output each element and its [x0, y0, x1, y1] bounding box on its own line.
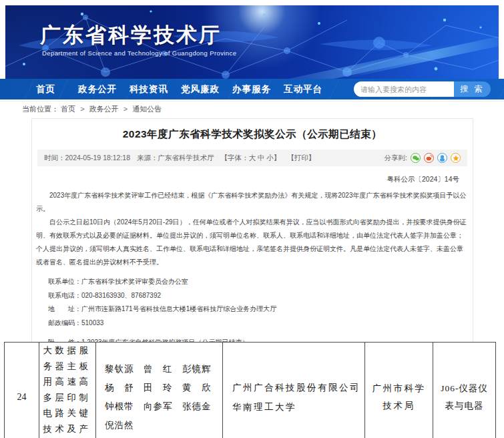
breadcrumb-notices[interactable]: 通知公告: [132, 105, 162, 113]
award-table: 24 大数据服务器主板用高速高多层印制电路关键技术及产业化 黎钦源 曾 红 彭镜…: [4, 342, 496, 438]
nominator-text: 广州市科学技术局: [371, 380, 427, 415]
font-size-label: 【字体：: [221, 154, 249, 162]
wechat-glyph: [413, 156, 419, 161]
page: 广东省科学技术厅 Department of Science and Techn…: [0, 0, 504, 438]
breadcrumb-gov-info[interactable]: 政务公开: [89, 105, 119, 113]
nav-item-party-conduct[interactable]: 党风廉政: [181, 83, 220, 95]
breadcrumb-prefix: 当前位置：: [22, 105, 59, 113]
org-line: 广州广合科技股份有限公司: [232, 378, 364, 397]
share-label: 分享到:: [385, 154, 407, 163]
cell-row-number: 24: [5, 343, 39, 438]
breadcrumb-separator: >: [80, 105, 84, 113]
nav-item-home[interactable]: 首页: [36, 83, 55, 95]
contact-address: 地 址：广州市连新路171号省科技信息大楼1楼省科技厅综合业务办理大厅: [48, 302, 470, 316]
members-line: 钟根带 向参军 张德金: [105, 397, 222, 416]
contact-postcode: 邮政编码：510033: [48, 316, 470, 331]
category-text: J06-仪器仪表与电器: [438, 380, 491, 415]
main-nav: 首页 政务公开 科技资讯 党风廉政 办事服务 互动平台 搜 索: [0, 79, 504, 99]
cell-team-members: 黎钦源 曾 红 彭镜辉 杨 舒 田 玲 黄 欣 钟根带 向参军 张德金 倪浩然: [96, 343, 223, 438]
org-line: 华南理工大学: [232, 397, 364, 417]
cell-project-name: 大数据服务器主板用高速高多层印制电路关键技术及产业化: [39, 343, 96, 438]
star-glyph: [453, 155, 459, 162]
members-line: 倪浩然: [105, 416, 222, 435]
weibo-glyph: [426, 155, 433, 161]
paragraph-1: 2023年度广东省科学技术奖评审工作已经结束，根据《广东省科学技术奖励办法》有关…: [35, 189, 470, 216]
font-size-label-end: 】: [274, 154, 281, 162]
article-meta-bar: 时间：2024-05-19 18:12:18 来源：广东省科学技术厅 【字体：大…: [37, 150, 467, 166]
page-title: 2023年度广东省科学技术奖拟奖公示（公示期已结束）: [32, 128, 473, 142]
cell-organizations: 广州广合科技股份有限公司 华南理工大学: [223, 343, 365, 438]
divider: [0, 101, 504, 101]
cell-category: J06-仪器仪表与电器: [433, 343, 496, 438]
members-line: 杨 舒 田 玲 黄 欣: [105, 379, 222, 397]
meta-left: 时间：2024-05-19 18:12:18 来源：广东省科学技术厅 【字体：大…: [44, 154, 315, 163]
contact-info: 联系单位：广东省科学技术奖评审委员会办公室 联系电话：020-83163930、…: [35, 275, 470, 330]
cell-nominator: 广州市科学技术局: [365, 343, 433, 438]
share-weibo-icon[interactable]: [424, 153, 434, 163]
meta-source: 来源：广东省科学技术厅: [137, 154, 214, 163]
font-size-large-button[interactable]: 大: [249, 154, 256, 162]
share-wechat-icon[interactable]: [411, 153, 421, 163]
site-subtitle: Department of Science and Technology of …: [42, 49, 236, 57]
search-bar: 搜 索: [354, 81, 491, 97]
nav-menu: 首页 政务公开 科技资讯 党风廉政 办事服务 互动平台: [0, 83, 335, 95]
paragraph-2: 自公示之日起10日内（2024年5月20日-29日），任何单位或者个人对拟奖结果…: [35, 216, 470, 269]
breadcrumb-home[interactable]: 首页: [61, 105, 75, 113]
nav-item-tech-news[interactable]: 科技资讯: [130, 83, 168, 95]
qq-glyph: [439, 155, 445, 162]
breadcrumb-separator: >: [123, 105, 128, 113]
document-number: 粤科公示〔2024〕14号: [35, 172, 470, 186]
contact-unit: 联系单位：广东省科学技术奖评审委员会办公室: [48, 275, 470, 289]
font-size-small-button[interactable]: 小: [266, 154, 274, 162]
meta-time: 时间：2024-05-19 18:12:18: [44, 154, 130, 163]
table-row: 24 大数据服务器主板用高速高多层印制电路关键技术及产业化 黎钦源 曾 红 彭镜…: [5, 343, 496, 438]
nav-item-interaction[interactable]: 互动平台: [284, 83, 322, 95]
project-name-text: 大数据服务器主板用高速高多层印制电路关键技术及产业化: [43, 343, 92, 438]
meta-font-group: 【字体：大 中 小】: [221, 154, 281, 163]
search-input[interactable]: [354, 81, 454, 97]
font-size-medium-button[interactable]: 中: [258, 154, 265, 162]
share-qq-icon[interactable]: [437, 153, 447, 163]
site-banner: 广东省科学技术厅 Department of Science and Techn…: [5, 5, 499, 79]
print-button[interactable]: 【打印】: [287, 154, 315, 163]
share-qzone-icon[interactable]: [451, 153, 461, 163]
search-button[interactable]: 搜 索: [454, 81, 491, 97]
breadcrumb: 当前位置： 首页 > 政务公开 > 通知公告: [22, 104, 162, 114]
nav-item-services[interactable]: 办事服务: [232, 83, 271, 95]
site-title: 广东省科学技术厅: [40, 21, 222, 49]
share-group: 分享到:: [385, 153, 461, 163]
members-line: 黎钦源 曾 红 彭镜辉: [105, 360, 222, 379]
contact-phone: 联系电话：020-83163930、87687392: [48, 289, 470, 303]
nav-item-gov-info[interactable]: 政务公开: [78, 83, 117, 95]
